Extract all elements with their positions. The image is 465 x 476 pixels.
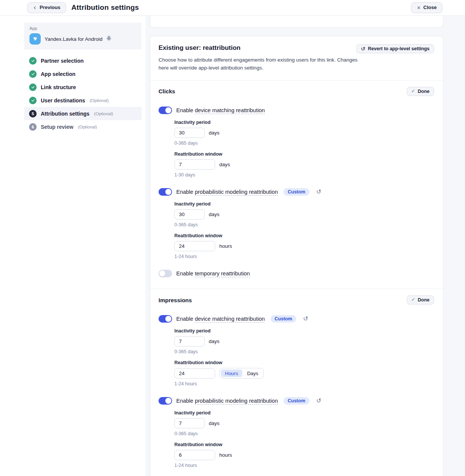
previous-label: Previous xyxy=(40,5,60,11)
app-label: App xyxy=(29,26,136,31)
unit-label: hours xyxy=(219,243,232,249)
inactivity-period-input[interactable] xyxy=(174,128,205,138)
main-content: Existing user: reattribution ↺ Revert to… xyxy=(145,16,465,476)
card-title: Existing user: reattribution xyxy=(159,44,240,52)
reattribution-window-field: Reattribution window days 1-30 days xyxy=(174,151,434,178)
step-label: Setup review xyxy=(41,124,73,130)
sidebar-step-setup-review[interactable]: 6 Setup review (Optional) xyxy=(24,120,142,133)
close-button[interactable]: Close xyxy=(411,2,442,13)
unit-label: days xyxy=(209,338,220,344)
reattribution-window-input[interactable] xyxy=(174,450,215,460)
step-optional: (Optional) xyxy=(78,125,97,129)
step-number-badge: 5 xyxy=(29,110,37,117)
clicks-done-button[interactable]: ✓ Done xyxy=(407,87,434,96)
range-hint: 0-365 days xyxy=(174,222,434,227)
revert-to-app-level-button[interactable]: ↺ Revert to app-level settings xyxy=(356,44,434,53)
reattribution-window-input[interactable] xyxy=(174,159,215,170)
temporary-reattribution-toggle-row: Enable temporary reattribution xyxy=(159,270,434,277)
undo-icon[interactable]: ↺ xyxy=(303,316,308,322)
undo-icon[interactable]: ↺ xyxy=(316,189,321,195)
unit-label: hours xyxy=(219,452,232,458)
wizard-sidebar: App ♥ Yandex.Lavka for Android xyxy=(0,16,145,476)
unit-label: days xyxy=(209,212,220,217)
check-icon: ✓ xyxy=(411,88,415,94)
field-label: Reattribution window xyxy=(174,233,434,238)
clicks-section: Clicks ✓ Done Enable device matching rea… xyxy=(150,80,443,289)
reattribution-window-input[interactable] xyxy=(174,241,215,251)
impressions-heading: Impressions xyxy=(159,297,192,303)
sidebar-step-user-destinations[interactable]: User destinations (Optional) xyxy=(24,94,142,107)
probabilistic-modeling-term[interactable]: probabilistic modeling reattribution xyxy=(195,398,278,404)
app-name: Yandex.Lavka for Android xyxy=(45,36,103,42)
device-matching-term[interactable]: device matching reattribution xyxy=(195,316,265,322)
sidebar-step-app-selection[interactable]: App selection xyxy=(24,67,142,80)
device-matching-term[interactable]: device matching reattribution xyxy=(195,107,265,113)
range-hint: 0-365 days xyxy=(174,349,434,354)
device-matching-toggle[interactable] xyxy=(159,315,172,323)
temporary-reattribution-toggle[interactable] xyxy=(159,270,172,277)
existing-user-reattribution-card: Existing user: reattribution ↺ Revert to… xyxy=(150,36,443,476)
field-label: Inactivity period xyxy=(174,120,434,125)
range-hint: 1-24 hours xyxy=(174,463,434,468)
range-hint: 1-24 hours xyxy=(174,254,434,259)
step-label: Attribution settings xyxy=(41,111,89,117)
step-label: User destinations xyxy=(41,97,85,104)
reattribution-window-field: Reattribution window Hours Days 1-24 hou… xyxy=(174,360,434,386)
close-icon xyxy=(417,6,421,10)
undo-icon[interactable]: ↺ xyxy=(316,398,321,404)
android-icon xyxy=(106,36,111,42)
undo-icon: ↺ xyxy=(361,46,365,51)
clicks-heading: Clicks xyxy=(159,88,175,94)
probabilistic-modeling-toggle-row: Enable probabilistic modeling reattribut… xyxy=(159,188,434,196)
probabilistic-modeling-toggle[interactable] xyxy=(159,188,172,196)
range-hint: 1-24 hours xyxy=(174,381,434,386)
range-hint: 0-365 days xyxy=(174,431,434,436)
check-icon xyxy=(29,57,37,65)
inactivity-period-field: Inactivity period days 0-365 days xyxy=(174,328,434,354)
device-matching-toggle-row: Enable device matching reattribution Cus… xyxy=(159,315,434,323)
custom-badge: Custom xyxy=(283,188,309,196)
previous-button[interactable]: Previous xyxy=(27,2,66,13)
inactivity-period-input[interactable] xyxy=(174,418,205,428)
revert-label: Revert to app-level settings xyxy=(368,46,430,52)
field-label: Reattribution window xyxy=(174,442,434,447)
field-label: Inactivity period xyxy=(174,410,434,416)
chevron-left-icon xyxy=(33,6,37,10)
probabilistic-modeling-toggle[interactable] xyxy=(159,397,172,405)
probabilistic-modeling-term[interactable]: probabilistic modeling reattribution xyxy=(195,189,278,195)
temporary-reattribution-term[interactable]: temporary reattribution xyxy=(195,270,250,277)
field-label: Reattribution window xyxy=(174,151,434,157)
custom-badge: Custom xyxy=(283,397,309,405)
reattribution-window-input[interactable] xyxy=(174,368,215,379)
sidebar-step-link-structure[interactable]: Link structure xyxy=(24,80,142,94)
step-optional: (Optional) xyxy=(94,111,113,116)
hours-option[interactable]: Hours xyxy=(221,369,242,377)
unit-label: days xyxy=(219,162,230,167)
app-icon: ♥ xyxy=(29,33,41,45)
top-bar: Previous Attribution settings Close xyxy=(0,0,465,16)
app-summary: App ♥ Yandex.Lavka for Android xyxy=(24,23,142,49)
unit-segmented-control: Hours Days xyxy=(219,368,264,379)
step-label: App selection xyxy=(41,71,75,77)
step-number-badge: 6 xyxy=(29,123,37,131)
step-label: Link structure xyxy=(41,84,76,90)
inactivity-period-input[interactable] xyxy=(174,209,205,219)
inactivity-period-field: Inactivity period days 0-365 days xyxy=(174,201,434,227)
reattribution-window-field: Reattribution window hours 1-24 hours xyxy=(174,442,434,468)
field-label: Inactivity period xyxy=(174,328,434,334)
card-description: Choose how to attribute different engage… xyxy=(159,56,368,72)
impressions-section: Impressions ✓ Done Enable device matchin… xyxy=(150,289,443,476)
page-title: Attribution settings xyxy=(71,3,139,12)
custom-badge: Custom xyxy=(271,315,297,323)
inactivity-period-input[interactable] xyxy=(174,336,205,346)
step-label: Partner selection xyxy=(41,58,84,64)
reattribution-window-field: Reattribution window hours 1-24 hours xyxy=(174,233,434,259)
card-header: Existing user: reattribution ↺ Revert to… xyxy=(150,36,443,80)
wizard-steps: Partner selection App selection Link str… xyxy=(0,54,145,133)
impressions-done-button[interactable]: ✓ Done xyxy=(407,295,434,304)
sidebar-step-attribution-settings[interactable]: 5 Attribution settings (Optional) xyxy=(24,107,142,120)
device-matching-toggle[interactable] xyxy=(159,107,172,114)
unit-label: days xyxy=(209,130,220,136)
sidebar-step-partner-selection[interactable]: Partner selection xyxy=(24,54,142,67)
days-option[interactable]: Days xyxy=(243,369,263,377)
